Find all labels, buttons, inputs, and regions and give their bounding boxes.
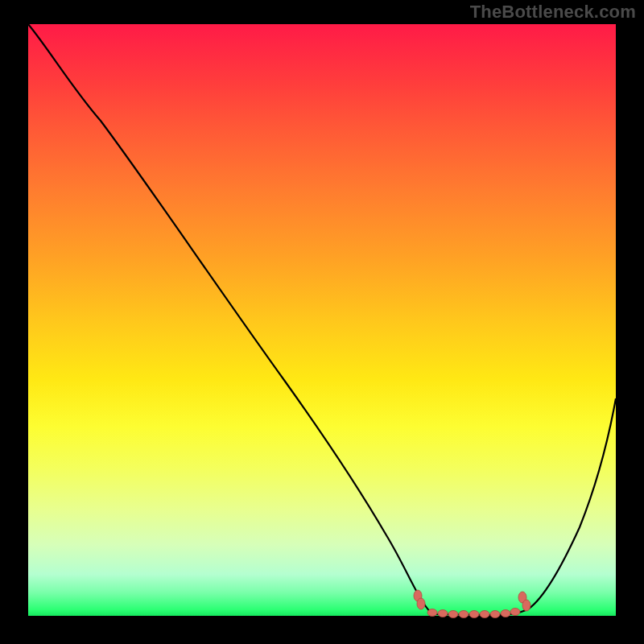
bead-flat-1 [427, 609, 437, 617]
bottleneck-curve [28, 24, 616, 615]
bead-flat-4 [459, 611, 469, 618]
watermark-text: TheBottleneck.com [470, 2, 636, 23]
bead-flat-6 [480, 611, 489, 618]
bead-markers [414, 590, 530, 618]
curve-path [28, 24, 616, 615]
bead-left-lower [417, 598, 425, 609]
plot-area [28, 24, 616, 616]
bead-flat-2 [438, 610, 448, 617]
bead-right-lower [522, 600, 530, 611]
chart-frame: TheBottleneck.com [0, 0, 644, 644]
bead-flat-9 [510, 609, 520, 616]
curve-svg [28, 24, 616, 616]
bead-flat-5 [469, 611, 479, 618]
bead-flat-7 [490, 611, 500, 618]
bead-flat-3 [448, 611, 458, 618]
bead-flat-8 [501, 610, 510, 617]
